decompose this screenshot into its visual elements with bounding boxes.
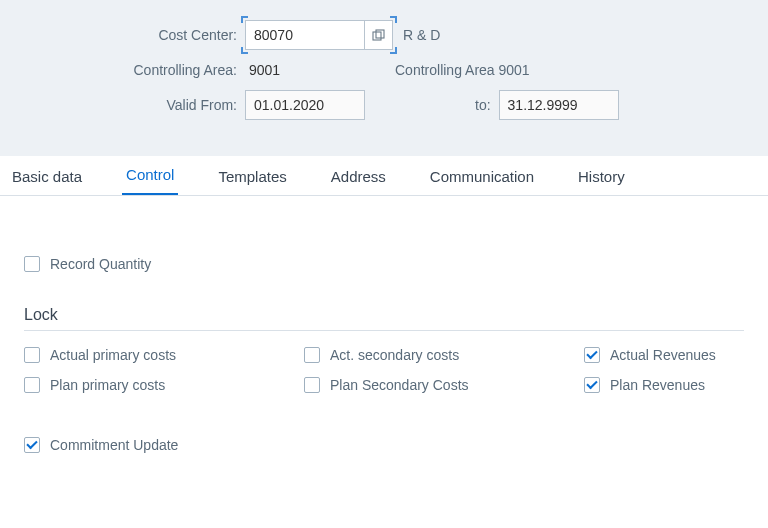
lock-grid: Actual primary costs Act. secondary cost… [24, 347, 744, 393]
lock-divider [24, 330, 744, 331]
actual-revenues-label: Actual Revenues [610, 347, 716, 363]
tab-control[interactable]: Control [122, 158, 178, 195]
actual-primary-costs-label: Actual primary costs [50, 347, 176, 363]
svg-rect-0 [373, 32, 381, 40]
plan-primary-costs-checkbox[interactable] [24, 377, 40, 393]
valid-from-input[interactable]: 01.01.2020 [245, 90, 365, 120]
controlling-area-value: 9001 [245, 62, 345, 78]
cost-center-label: Cost Center: [20, 27, 245, 43]
plan-secondary-costs-label: Plan Secondary Costs [330, 377, 469, 393]
valid-from-label: Valid From: [20, 97, 245, 113]
record-quantity-checkbox[interactable] [24, 256, 40, 272]
valid-to-input[interactable]: 31.12.9999 [499, 90, 619, 120]
tab-communication[interactable]: Communication [426, 160, 538, 195]
plan-revenues-label: Plan Revenues [610, 377, 705, 393]
commitment-update-label: Commitment Update [50, 437, 178, 453]
controlling-area-desc: Controlling Area 9001 [395, 62, 530, 78]
cost-center-desc: R & D [403, 27, 440, 43]
svg-rect-1 [376, 30, 384, 38]
tab-basic-data[interactable]: Basic data [8, 160, 86, 195]
tab-templates[interactable]: Templates [214, 160, 290, 195]
record-quantity-label: Record Quantity [50, 256, 151, 272]
plan-primary-costs-label: Plan primary costs [50, 377, 165, 393]
value-help-icon[interactable] [365, 20, 393, 50]
header-form: Cost Center: 80070 R & D Controlling Are… [0, 0, 768, 156]
act-secondary-costs-checkbox[interactable] [304, 347, 320, 363]
tab-history[interactable]: History [574, 160, 629, 195]
tab-content-control: Record Quantity Lock Actual primary cost… [0, 196, 768, 473]
controlling-area-label: Controlling Area: [20, 62, 245, 78]
tab-address[interactable]: Address [327, 160, 390, 195]
actual-revenues-checkbox[interactable] [584, 347, 600, 363]
plan-revenues-checkbox[interactable] [584, 377, 600, 393]
plan-secondary-costs-checkbox[interactable] [304, 377, 320, 393]
actual-primary-costs-checkbox[interactable] [24, 347, 40, 363]
cost-center-input[interactable]: 80070 [245, 20, 365, 50]
act-secondary-costs-label: Act. secondary costs [330, 347, 459, 363]
lock-section-title: Lock [24, 306, 744, 324]
commitment-update-checkbox[interactable] [24, 437, 40, 453]
valid-to-label: to: [475, 97, 491, 113]
tab-bar: Basic data Control Templates Address Com… [0, 156, 768, 196]
